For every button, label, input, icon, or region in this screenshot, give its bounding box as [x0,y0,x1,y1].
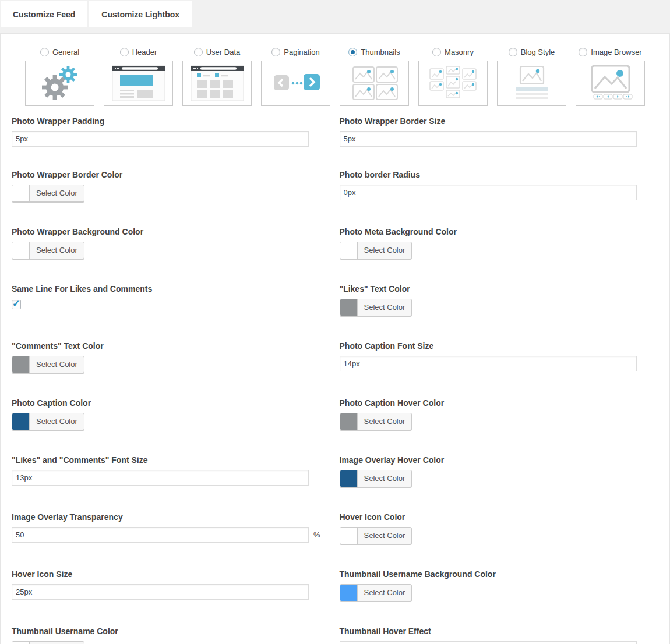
thumbnail-hover-effect-label: Thumbnail Hover Effect [340,627,655,636]
blog-style-option-box[interactable] [497,61,566,106]
photo-wrapper-border-size-input[interactable] [340,131,637,147]
nav-item-header: Header [104,47,173,106]
color-swatch [340,299,358,316]
pagination-icon [267,64,325,102]
hover-icon-color-label: Hover Icon Color [340,512,655,522]
color-swatch [12,242,30,259]
same-line-checkbox[interactable] [12,300,21,309]
image-browser-radio[interactable] [579,48,587,56]
header-radio[interactable] [120,48,129,56]
image-overlay-hover-color-label: Image Overlay Hover Color [340,455,655,465]
photo-wrapper-background-color-picker-button[interactable]: Select Color [12,242,84,259]
photo-caption-color-picker-button[interactable]: Select Color [12,413,84,430]
nav-item-pagination: Pagination [261,47,330,106]
field-photo-meta-background-color: Photo Meta Background Color Select Color [340,227,655,261]
thumbnails-radio[interactable] [348,48,357,56]
thumbnail-username-color-picker-button[interactable]: Select Color [12,641,84,644]
photo-wrapper-border-color-picker-button[interactable]: Select Color [12,185,84,202]
field-photo-wrapper-padding: Photo Wrapper Padding [12,116,327,147]
color-swatch [12,642,30,644]
nav-label-blog-style: Blog Style [521,48,555,56]
photo-meta-background-color-picker-button[interactable]: Select Color [340,242,412,259]
field-photo-wrapper-border-size: Photo Wrapper Border Size [340,116,655,147]
photo-wrapper-border-color-label: Photo Wrapper Border Color [12,170,327,179]
general-option-box[interactable] [25,61,94,106]
thumbnail-username-color-label: Thumbnail Username Color [12,627,327,636]
select-color-label: Select Color [358,413,412,430]
photo-caption-hover-color-picker-button[interactable]: Select Color [340,413,412,430]
thumbnail-username-background-color-label: Thumbnail Username Background Color [340,569,655,579]
comments-text-color-picker-button[interactable]: Select Color [12,356,84,373]
percent-suffix: % [313,530,320,539]
thumbnail-hover-effect-select[interactable]: None [340,641,637,644]
nav-item-masonry: Masonry [418,47,488,106]
hover-icon-size-input[interactable] [12,584,309,600]
tab-customize-lightbox[interactable]: Customize Lightbox [89,1,192,27]
select-color-label: Select Color [30,356,84,373]
general-radio[interactable] [40,48,49,56]
select-color-label: Select Color [30,242,84,259]
settings-panel: General [0,33,670,644]
photo-wrapper-padding-label: Photo Wrapper Padding [12,116,327,126]
color-swatch [12,356,30,373]
nav-item-thumbnails: Thumbnails [340,47,409,106]
color-swatch [340,242,358,259]
color-swatch [340,413,358,430]
pagination-radio[interactable] [271,48,280,56]
thumbnails-option-box[interactable] [340,61,409,106]
photo-caption-font-size-input[interactable] [340,356,637,371]
select-color-label: Select Color [358,528,412,544]
color-swatch [12,185,30,201]
nav-item-general: General [25,47,94,106]
nav-label-pagination: Pagination [284,48,319,56]
select-color-label: Select Color [358,299,412,316]
photo-caption-font-size-label: Photo Caption Font Size [340,341,655,351]
field-same-line-for-likes-and-comments: Same Line For Likes and Comments [12,284,327,318]
field-photo-border-radius: Photo border Radius [340,170,655,204]
masonry-radio[interactable] [432,48,441,56]
likes-comments-font-size-input[interactable] [12,470,309,486]
gears-icon [31,64,89,102]
select-color-label: Select Color [358,470,412,487]
field-image-overlay-hover-color: Image Overlay Hover Color Select Color [340,455,655,489]
header-layout-icon [110,64,168,102]
image-browser-option-box[interactable] [576,61,645,106]
masonry-icon [424,64,482,102]
nav-item-image-browser: Image Browser [576,47,645,106]
nav-item-user-data: User Data [182,47,252,106]
thumbnail-username-background-color-picker-button[interactable]: Select Color [340,584,412,601]
blog-style-radio[interactable] [509,48,517,56]
image-overlay-transparency-label: Image Overlay Transparency [12,512,327,522]
field-thumbnail-username-background-color: Thumbnail Username Background Color Sele… [340,569,655,603]
image-overlay-hover-color-picker-button[interactable]: Select Color [340,470,412,487]
same-line-label: Same Line For Likes and Comments [12,284,327,293]
photo-wrapper-padding-input[interactable] [12,131,309,147]
tab-customize-feed[interactable]: Customize Feed [1,1,87,27]
field-photo-caption-hover-color: Photo Caption Hover Color Select Color [340,398,655,432]
likes-text-color-picker-button[interactable]: Select Color [340,299,412,316]
field-thumbnail-hover-effect: Thumbnail Hover Effect None ▼ [340,627,655,644]
user-data-icon [188,64,246,102]
pagination-option-box[interactable] [261,61,330,106]
user-data-radio[interactable] [194,48,203,56]
photo-border-radius-input[interactable] [340,185,637,200]
nav-item-blog-style: Blog Style [497,47,566,106]
nav-label-header: Header [132,48,157,56]
user-data-option-box[interactable] [182,61,252,106]
hover-icon-size-label: Hover Icon Size [12,569,327,579]
select-color-label: Select Color [30,642,84,644]
layout-chooser: General [1,34,669,106]
image-overlay-transparency-input[interactable] [12,527,309,543]
field-thumbnail-username-color: Thumbnail Username Color Select Color [12,627,327,644]
nav-label-image-browser: Image Browser [591,48,641,56]
masonry-option-box[interactable] [418,61,488,106]
color-swatch [340,585,358,601]
thumbnail-hover-effect-select-wrap: None ▼ [340,641,637,644]
hover-icon-color-picker-button[interactable]: Select Color [340,527,412,544]
field-likes-text-color: "Likes" Text Color Select Color [340,284,655,318]
field-hover-icon-size: Hover Icon Size [12,569,327,603]
field-photo-wrapper-background-color: Photo Wrapper Background Color Select Co… [12,227,327,261]
photo-wrapper-border-size-label: Photo Wrapper Border Size [340,116,655,126]
comments-text-color-label: "Comments" Text Color [12,341,327,351]
header-option-box[interactable] [104,61,173,106]
